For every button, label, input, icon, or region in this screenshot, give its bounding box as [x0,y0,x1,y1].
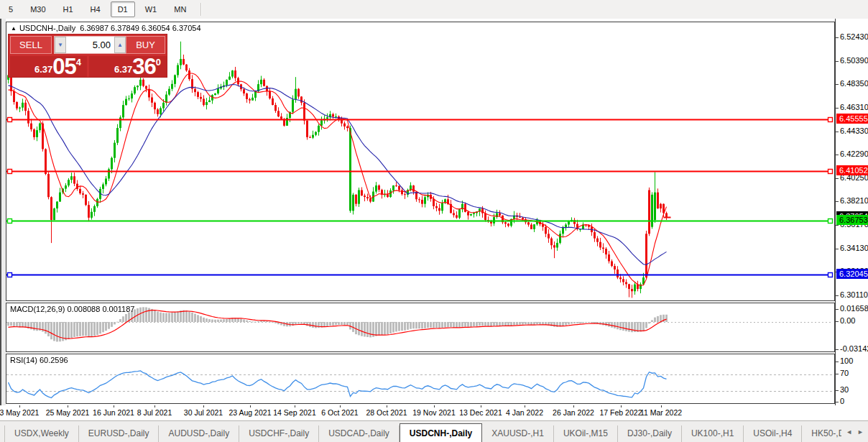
resistance-line-tag-2: 6.41052 [836,165,868,175]
sell-price-display[interactable]: 6.37054 [10,56,87,77]
rsi-axis-tick [836,390,839,391]
price-axis-tick [836,295,839,296]
rsi-axis-label: 100 [840,356,853,365]
timeframe-button-h1[interactable]: H1 [56,1,80,17]
date-axis-tick [661,405,662,408]
tab-scroll-left-button[interactable]: ◄ [846,428,852,436]
price-axis-tick [836,37,839,38]
timeframe-toolbar: 5M30H1H4D1W1MN [0,0,868,19]
chart-tab-dj30-daily[interactable]: DJ30-,Daily [618,425,682,442]
date-axis-tick [387,405,387,408]
chart-tab-bar: USDX,WeeklyEURUSD-,DailyAUDUSD-,DailyUSD… [0,420,868,442]
date-axis-label: 28 Oct 2021 [366,408,407,417]
timeframe-button-m30[interactable]: M30 [23,1,52,17]
rsi-canvas[interactable] [6,354,834,403]
sell-price-superscript: 4 [76,57,81,68]
trading-terminal-window: 5M30H1H4D1W1MN ▲USDCNH-,Daily 6.36987 6.… [0,0,868,442]
resistance-line-tag-1: 6.45555 [836,114,868,124]
chart-tab-usdchf-daily[interactable]: USDCHF-,Daily [239,425,319,442]
date-axis-tick [340,405,341,408]
chart-tab-usdcnh-daily[interactable]: USDCNH-,Daily [400,423,482,442]
date-axis-label: 3 May 2021 [0,408,39,417]
date-axis-label: 11 Mar 2022 [640,408,682,417]
tab-scroll-right-button[interactable]: ► [857,428,864,436]
chart-tab-audusd-daily[interactable]: AUDUSD-,Daily [159,425,239,442]
support-line-tag-blue: 6.32045 [836,269,868,279]
macd-axis-tick [836,349,839,350]
date-axis-label: 25 May 2021 [46,408,90,417]
date-axis-label: 30 Jul 2021 [184,408,223,417]
chart-symbol-title: USDCNH-,Daily [19,24,75,32]
price-axis-label: 6.38210 [840,196,868,205]
date-axis-tick [19,405,20,408]
buy-button[interactable]: BUY [126,36,165,54]
rsi-label: RSI(14) 60.2596 [10,356,68,364]
chart-title-row: ▲USDCNH-,Daily 6.36987 6.37849 6.36054 6… [11,24,201,32]
rsi-axis-label: 30 [840,385,849,394]
price-axis-tick [836,201,839,202]
price-axis-label: 6.46310 [840,103,868,111]
timeframe-button-mn[interactable]: MN [167,1,193,17]
timeframe-button-h4[interactable]: H4 [83,1,108,17]
date-axis[interactable]: 3 May 202125 May 202116 Jun 20218 Jul 20… [6,405,835,420]
rsi-axis-tick [836,362,839,362]
price-axis-tick [836,132,839,132]
price-axis-tick [836,155,839,155]
date-axis-tick [154,405,155,408]
price-axis[interactable]: 6.524306.503906.483506.463106.443306.422… [835,19,868,405]
volume-increase-button[interactable]: ▲ [114,37,126,53]
buy-price-display[interactable]: 6.37360 [89,56,167,77]
price-axis-label: 6.50390 [840,56,868,65]
price-axis-label: 6.48350 [840,79,868,88]
price-axis-label: 6.42290 [840,149,868,158]
sell-price-big: 05 [52,56,75,77]
price-axis-tick [836,225,839,226]
chart-tab-usoil-h4[interactable]: USOil-,H4 [744,425,802,442]
timeframe-button-w1[interactable]: W1 [138,1,165,17]
rsi-axis-label: 70 [840,369,849,377]
rsi-indicator-pane: RSI(14) 60.2596 [6,354,835,404]
price-axis-tick [836,108,839,109]
timeframe-button-d1[interactable]: D1 [111,1,135,17]
macd-axis-label: -0.031421 [840,344,868,353]
chart-collapse-icon[interactable]: ▲ [11,25,17,32]
macd-axis-tick [836,309,839,310]
volume-spinner: ▼ ▲ [54,36,126,54]
price-axis-tick [836,178,839,179]
price-axis-label: 6.34130 [840,244,868,252]
chart-tab-usdx-weekly[interactable]: USDX,Weekly [4,425,79,442]
date-axis-tick [295,405,295,408]
price-axis-tick [836,84,839,85]
date-axis-tick [481,405,481,408]
volume-decrease-button[interactable]: ▼ [55,37,66,53]
chart-tab-xauusd-h1[interactable]: XAUUSD-,H1 [482,425,554,442]
date-axis-tick [434,405,435,408]
date-axis-tick [203,405,204,408]
date-axis-label: 26 Jan 2022 [553,408,594,417]
chart-tab-uk100-h1[interactable]: UK100-,H1 [682,425,744,442]
toolbar-separator [200,3,202,16]
date-axis-label: 13 Dec 2021 [459,408,502,417]
tab-scroll-arrows: ◄ ► [841,421,868,442]
chart-tab-ukoil-m15[interactable]: UKOil-,M15 [554,425,618,442]
chart-tab-eurusd-daily[interactable]: EURUSD-,Daily [79,425,160,442]
date-axis-label: 14 Sep 2021 [273,408,316,417]
date-axis-tick [525,405,525,408]
price-axis-label: 6.30110 [840,290,868,299]
price-axis-label: 6.44330 [840,126,868,135]
chart-tabs: USDX,WeeklyEURUSD-,DailyAUDUSD-,DailyUSD… [0,421,841,442]
timeframe-button-5[interactable]: 5 [1,1,20,17]
macd-axis-tick [836,321,839,322]
chart-tab-hk50-daily[interactable]: HK50-,Daily [802,425,841,442]
date-axis-tick [68,405,68,408]
macd-axis-label: 0.00 [840,316,855,325]
volume-input[interactable] [66,37,114,53]
chart-tab-usdcad-daily[interactable]: USDCAD-,Daily [319,425,400,442]
one-click-trade-panel: SELL ▼ ▲ BUY 6.37054 6.37360 [8,34,167,78]
date-axis-label: 16 Jun 2021 [93,408,134,417]
date-axis-label: 4 Jan 2022 [506,408,543,417]
macd-indicator-pane: MACD(12,26,9) 0.008088 0.001187 [6,303,835,352]
sell-button[interactable]: SELL [10,36,52,54]
price-axis-label: 6.52430 [840,32,868,41]
support-line-tag-green: 6.36753 [836,215,868,225]
